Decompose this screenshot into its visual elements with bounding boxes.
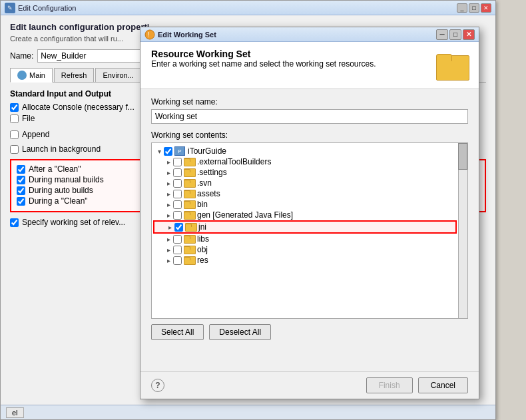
checkbox-gen[interactable] [173,211,182,220]
checkbox-assets[interactable] [173,190,182,198]
status-button[interactable]: el [6,407,24,418]
auto-builds-checkbox[interactable] [17,186,25,195]
tree-item-iTourGuide[interactable]: P iTourGuide [153,146,457,156]
checkbox-bin[interactable] [173,200,182,209]
file-checkbox[interactable] [10,114,19,123]
label-gen: gen [Generated Java Files] [197,210,293,220]
toggle-iTourGuide[interactable] [154,146,164,156]
name-label: Name: [10,51,33,61]
auto-builds-label: During auto builds [29,186,93,195]
toggle-settings[interactable] [164,168,173,177]
dialog-body: Working set name: Working set contents: … [140,89,479,353]
file-label: File [22,114,35,123]
tree-button-row: Select All Deselect All [151,324,468,340]
launch-bg-checkbox[interactable] [10,145,19,154]
config-icon: ✎ [5,3,15,13]
tree-item-svn[interactable]: .svn [153,178,457,188]
toggle-bin[interactable] [164,200,173,209]
edit-working-set-dialog: ! Edit Working Set ─ □ ✕ Resource Workin… [140,27,479,399]
svg-point-0 [145,30,154,39]
folder-icon-gen [184,211,194,220]
toggle-jni[interactable] [165,222,174,232]
label-bin: bin [197,200,208,209]
label-settings: .settings [197,168,227,177]
select-all-button[interactable]: Select All [151,324,204,340]
toggle-res[interactable] [164,256,173,265]
bg-minimize-button[interactable]: _ [457,3,467,13]
label-svn: .svn [197,178,212,188]
deselect-all-button[interactable]: Deselect All [209,324,271,340]
manual-builds-checkbox[interactable] [17,176,25,184]
label-libs: libs [197,234,209,244]
help-button[interactable]: ? [151,379,164,392]
ws-name-input[interactable] [151,109,468,124]
tab-refresh[interactable]: Refresh [54,68,95,82]
during-clean-checkbox[interactable] [17,197,25,206]
label-externalToolBuilders: .externalToolBuilders [197,157,271,166]
checkbox-obj[interactable] [173,246,182,254]
dialog-title-icon: ! [144,29,155,40]
allocate-console-checkbox[interactable] [10,103,19,112]
tree-inner: P iTourGuide .externalToolBuilders .sett… [152,143,458,268]
dialog-maximize-button[interactable]: □ [449,29,461,40]
manual-builds-label: During manual builds [29,175,104,184]
specify-ws-checkbox[interactable] [10,218,19,227]
after-clean-label: After a "Clean" [29,164,81,174]
append-checkbox[interactable] [10,130,19,139]
toggle-assets[interactable] [164,189,173,198]
checkbox-iTourGuide[interactable] [164,147,172,156]
checkbox-res[interactable] [173,256,182,265]
tree-item-obj[interactable]: obj [153,244,457,255]
toggle-libs[interactable] [164,234,173,244]
append-label: Append [22,130,49,139]
bg-titlebar-controls: _ □ ✕ [457,3,491,13]
tree-scrollbar[interactable] [458,143,467,318]
toggle-gen[interactable] [164,210,173,220]
tree-item-bin[interactable]: bin [153,199,457,210]
bg-maximize-button[interactable]: □ [469,3,479,13]
tab-main-label: Main [29,71,45,79]
label-assets: assets [197,189,220,198]
main-tab-icon [17,71,27,80]
tab-environ[interactable]: Environ... [95,68,140,82]
svg-text:!: ! [148,31,150,39]
checkbox-settings[interactable] [173,168,182,177]
checkbox-libs[interactable] [173,235,182,244]
folder-icon-obj [184,246,194,254]
dialog-title: Edit Working Set [158,31,436,39]
tab-main[interactable]: Main [10,68,53,83]
checkbox-jni[interactable] [174,223,183,232]
tree-item-libs[interactable]: libs [153,234,457,244]
ws-name-label: Working set name: [151,97,468,106]
tree-scrollbar-thumb[interactable] [458,143,467,170]
tree-item-gen[interactable]: gen [Generated Java Files] [153,210,457,220]
finish-button[interactable]: Finish [366,377,413,393]
bg-titlebar: ✎ Edit Configuration _ □ ✕ [1,1,495,15]
folder-icon-libs [184,235,194,244]
tree-item-settings[interactable]: .settings [153,167,457,178]
specify-ws-label: Specify working set of relev... [22,218,125,227]
bg-close-button[interactable]: ✕ [481,3,491,13]
tree-item-externalToolBuilders[interactable]: .externalToolBuilders [153,156,457,167]
tab-environ-label: Environ... [103,71,133,79]
footer-buttons: Finish Cancel [366,377,468,393]
tree-item-jni[interactable]: jni [153,220,457,234]
after-clean-checkbox[interactable] [17,165,25,174]
toggle-obj[interactable] [164,245,173,254]
checkbox-svn[interactable] [173,179,182,188]
label-obj: obj [197,245,208,254]
checkbox-externalToolBuilders[interactable] [173,158,182,166]
dialog-footer: ? Finish Cancel [140,371,479,399]
tree-item-assets[interactable]: assets [153,188,457,199]
dialog-minimize-button[interactable]: ─ [436,29,448,40]
dialog-close-button[interactable]: ✕ [463,29,475,40]
tree-item-res[interactable]: res [153,255,457,266]
status-label: el [12,409,18,417]
toggle-svn[interactable] [164,178,173,188]
cancel-button[interactable]: Cancel [418,377,468,393]
folder-icon-jni [185,223,196,232]
dialog-titlebar-controls: ─ □ ✕ [436,29,475,40]
toggle-externalToolBuilders[interactable] [164,157,173,166]
folder-icon-bin [184,200,194,209]
allocate-console-label: Allocate Console (necessary f... [22,103,134,112]
